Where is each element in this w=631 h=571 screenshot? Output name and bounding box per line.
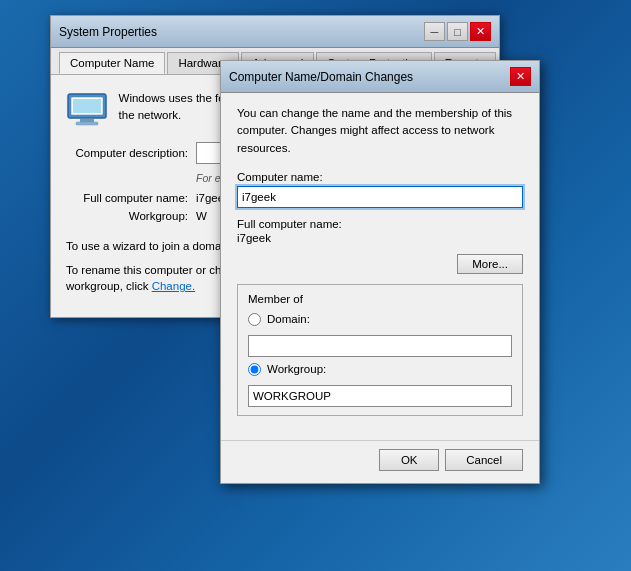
domain-radio[interactable] bbox=[248, 313, 261, 326]
svg-rect-2 bbox=[80, 119, 94, 122]
domain-input-field[interactable] bbox=[248, 335, 512, 357]
domain-radio-label: Domain: bbox=[267, 313, 310, 325]
maximize-button[interactable]: □ bbox=[447, 22, 468, 41]
workgroup-input-field[interactable] bbox=[248, 385, 512, 407]
ok-button[interactable]: OK bbox=[379, 449, 439, 471]
tab-computer-name[interactable]: Computer Name bbox=[59, 52, 165, 74]
domain-changes-dialog: Computer Name/Domain Changes ✕ You can c… bbox=[220, 60, 540, 484]
workgroup-radio[interactable] bbox=[248, 363, 261, 376]
close-button[interactable]: ✕ bbox=[470, 22, 491, 41]
domain-dialog-title: Computer Name/Domain Changes bbox=[229, 70, 413, 84]
computer-svg bbox=[66, 92, 108, 128]
member-of-legend: Member of bbox=[248, 293, 512, 305]
svg-rect-4 bbox=[73, 99, 101, 113]
domain-titlebar: Computer Name/Domain Changes ✕ bbox=[221, 61, 539, 93]
titlebar-controls: ─ □ ✕ bbox=[424, 22, 491, 41]
minimize-button[interactable]: ─ bbox=[424, 22, 445, 41]
change-link[interactable]: Change. bbox=[152, 280, 195, 292]
domain-dialog-content: You can change the name and the membersh… bbox=[221, 93, 539, 440]
member-of-group: Member of Domain: Workgroup: bbox=[237, 284, 523, 416]
computer-name-field-label: Computer name: bbox=[237, 171, 523, 183]
domain-dialog-description: You can change the name and the membersh… bbox=[237, 105, 523, 157]
svg-rect-3 bbox=[76, 122, 98, 125]
computer-name-field[interactable] bbox=[237, 186, 523, 208]
more-button[interactable]: More... bbox=[457, 254, 523, 274]
workgroup-label: Workgroup: bbox=[66, 210, 196, 222]
computer-desc-label: Computer description: bbox=[66, 147, 196, 159]
system-props-titlebar: System Properties ─ □ ✕ bbox=[51, 16, 499, 48]
more-btn-row: More... bbox=[237, 254, 523, 274]
system-props-title: System Properties bbox=[59, 25, 157, 39]
domain-dialog-close-button[interactable]: ✕ bbox=[510, 67, 531, 86]
workgroup-radio-label: Workgroup: bbox=[267, 363, 326, 375]
domain-radio-row: Domain: bbox=[248, 313, 512, 326]
full-computer-name-dialog-label: Full computer name: bbox=[237, 218, 523, 230]
workgroup-radio-row: Workgroup: bbox=[248, 363, 512, 376]
full-computer-name-dialog-value: i7geek bbox=[237, 232, 523, 244]
computer-icon bbox=[66, 90, 109, 130]
workgroup-value: W bbox=[196, 210, 207, 222]
cancel-button[interactable]: Cancel bbox=[445, 449, 523, 471]
full-computer-name-label: Full computer name: bbox=[66, 192, 196, 204]
dialog-buttons: OK Cancel bbox=[221, 440, 539, 483]
